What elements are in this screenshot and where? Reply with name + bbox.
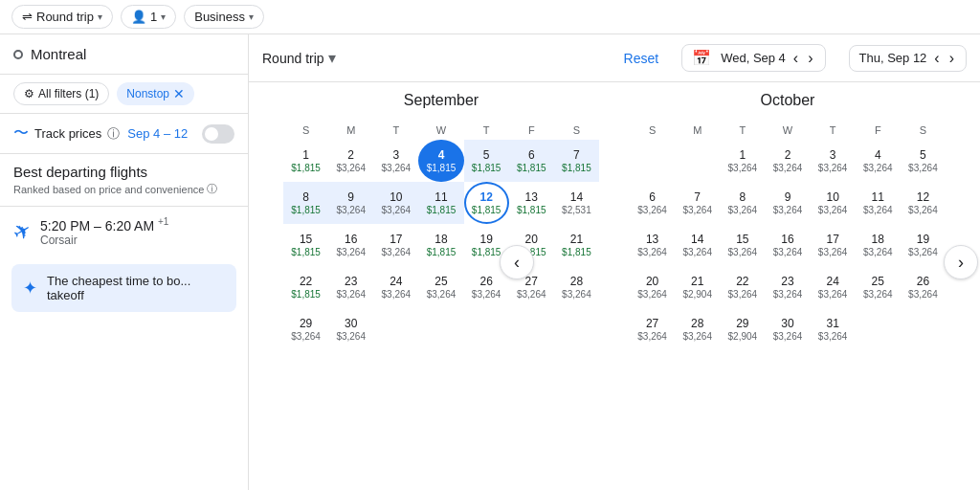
day-cell[interactable]: 4$3,264 (856, 140, 901, 182)
calendar-prev-button[interactable]: ‹ (500, 245, 534, 279)
day-cell[interactable]: 29$3,264 (283, 308, 328, 350)
day-cell[interactable]: 25$3,264 (418, 266, 463, 308)
calendar-title: September (283, 92, 599, 109)
track-prices-bar: 〜 Track prices ⓘ Sep 4 – 12 (0, 114, 248, 154)
day-price: $3,264 (682, 247, 712, 257)
day-cell[interactable]: 30$3,264 (328, 308, 373, 350)
trip-type-label: Round trip (36, 10, 94, 24)
day-cell[interactable]: 5$1,815 (464, 140, 509, 182)
day-cell[interactable]: 31$3,264 (811, 308, 856, 350)
day-price: $1,815 (562, 163, 591, 173)
day-cell[interactable]: 26$3,264 (901, 266, 946, 308)
day-cell[interactable]: 4$1,815 (418, 140, 463, 182)
all-filters-button[interactable]: ⚙ All filters (1) (13, 82, 109, 105)
day-cell[interactable]: 6$3,264 (630, 182, 675, 224)
day-cell[interactable]: 3$3,264 (811, 140, 856, 182)
day-cell[interactable]: 17$3,264 (373, 224, 418, 266)
airline-name: Corsair (40, 234, 168, 247)
day-cell[interactable]: 18$3,264 (856, 224, 901, 266)
day-cell[interactable]: 16$3,264 (328, 224, 373, 266)
day-price: $3,264 (728, 247, 758, 257)
day-cell[interactable]: 8$3,264 (720, 182, 765, 224)
track-prices-toggle[interactable] (202, 124, 234, 144)
day-price: $3,264 (637, 205, 667, 215)
day-cell[interactable]: 6$1,815 (509, 140, 554, 182)
day-cell[interactable]: 17$3,264 (811, 224, 856, 266)
day-cell[interactable]: 7$3,264 (675, 182, 720, 224)
day-cell[interactable]: 15$3,264 (720, 224, 765, 266)
day-cell[interactable]: 13$1,815 (509, 182, 554, 224)
day-cell[interactable]: 14$3,264 (675, 224, 720, 266)
day-number: 11 (434, 190, 447, 204)
day-cell[interactable]: 25$3,264 (856, 266, 901, 308)
day-cell[interactable]: 28$3,264 (675, 308, 720, 350)
round-trip-dropdown[interactable]: Round trip ▾ (262, 49, 336, 67)
day-cell[interactable]: 19$3,264 (901, 224, 946, 266)
day-cell[interactable]: 14$2,531 (554, 182, 599, 224)
day-cell[interactable]: 22$3,264 (720, 266, 765, 308)
depart-next-button[interactable]: › (806, 50, 814, 67)
empty-day (509, 308, 554, 350)
day-cell[interactable]: 5$3,264 (901, 140, 946, 182)
day-cell[interactable]: 16$3,264 (765, 224, 810, 266)
return-date-label: Thu, Sep 12 (859, 51, 927, 65)
day-cell[interactable]: 29$2,904 (720, 308, 765, 350)
reset-button[interactable]: Reset (624, 51, 659, 66)
passengers-button[interactable]: 👤 1 ▾ (121, 5, 176, 29)
day-cell[interactable]: 7$1,815 (554, 140, 599, 182)
calendar-next-button[interactable]: › (944, 245, 978, 279)
day-cell[interactable]: 12$1,815 (464, 182, 509, 224)
day-price: $3,264 (336, 247, 366, 257)
day-cell[interactable]: 28$3,264 (554, 266, 599, 308)
day-cell[interactable]: 8$1,815 (283, 182, 328, 224)
day-cell[interactable]: 21$2,904 (675, 266, 720, 308)
day-cell[interactable]: 3$3,264 (373, 140, 418, 182)
class-chevron: ▾ (249, 11, 254, 22)
day-cell[interactable]: 1$1,815 (283, 140, 328, 182)
day-cell[interactable]: 10$3,264 (811, 182, 856, 224)
day-header: S (554, 121, 599, 140)
day-cell[interactable]: 2$3,264 (328, 140, 373, 182)
day-cell[interactable]: 10$3,264 (373, 182, 418, 224)
sidebar: Montreal ⚙ All filters (1) Nonstop ✕ 〜 T… (0, 34, 249, 490)
dropdown-arrow-icon: ▾ (328, 49, 336, 67)
trip-type-button[interactable]: ⇌ Round trip ▾ (11, 5, 113, 29)
day-cell[interactable]: 18$1,815 (418, 224, 463, 266)
day-cell[interactable]: 9$3,264 (765, 182, 810, 224)
return-prev-button[interactable]: ‹ (932, 50, 941, 67)
day-cell[interactable]: 24$3,264 (373, 266, 418, 308)
day-cell[interactable]: 23$3,264 (765, 266, 810, 308)
search-bar[interactable]: Montreal (0, 34, 248, 75)
day-number: 14 (570, 190, 583, 204)
day-number: 1 (740, 148, 746, 162)
return-next-button[interactable]: › (947, 50, 956, 67)
day-cell[interactable]: 20$3,264 (630, 266, 675, 308)
flight-result[interactable]: ✈ 5:20 PM – 6:20 AM +1 Corsair (0, 206, 248, 256)
day-cell[interactable]: 1$3,264 (720, 140, 765, 182)
empty-day (464, 308, 509, 350)
day-cell[interactable]: 15$1,815 (283, 224, 328, 266)
class-button[interactable]: Business ▾ (184, 5, 264, 29)
filter-bar: ⚙ All filters (1) Nonstop ✕ (0, 75, 248, 114)
round-trip-label: Round trip (262, 51, 324, 66)
day-cell[interactable]: 11$1,815 (418, 182, 463, 224)
day-price: $3,264 (908, 163, 938, 173)
ranked-text: Ranked based on price and convenience ⓘ (13, 182, 234, 196)
nonstop-filter-chip[interactable]: Nonstop ✕ (117, 82, 194, 105)
day-cell[interactable]: 12$3,264 (901, 182, 946, 224)
day-header: W (765, 121, 810, 140)
depart-prev-button[interactable]: ‹ (791, 50, 800, 67)
day-cell[interactable]: 23$3,264 (328, 266, 373, 308)
day-cell[interactable]: 22$1,815 (283, 266, 328, 308)
calendar-header: Round trip ▾ Reset 📅 Wed, Sep 4 ‹ › Thu,… (249, 34, 980, 82)
day-cell[interactable]: 11$3,264 (856, 182, 901, 224)
day-cell[interactable]: 24$3,264 (811, 266, 856, 308)
day-number: 3 (393, 148, 400, 162)
day-cell[interactable]: 9$3,264 (328, 182, 373, 224)
day-cell[interactable]: 21$1,815 (554, 224, 599, 266)
day-cell[interactable]: 30$3,264 (765, 308, 810, 350)
day-cell[interactable]: 13$3,264 (630, 224, 675, 266)
day-cell[interactable]: 27$3,264 (630, 308, 675, 350)
day-cell[interactable]: 2$3,264 (765, 140, 810, 182)
day-price: $1,815 (562, 247, 591, 257)
